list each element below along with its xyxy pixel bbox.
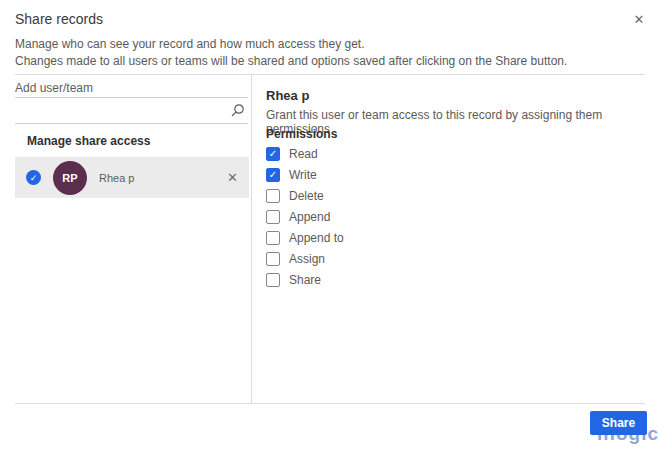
footer-divider [15,403,645,404]
header-divider [15,74,645,75]
permission-label: Append to [289,231,344,245]
permission-label: Append [289,210,330,224]
permission-row[interactable]: Append to [266,227,344,248]
permission-row[interactable]: Read [266,143,344,164]
remove-user-icon[interactable]: ✕ [225,168,240,187]
share-button[interactable]: Share [590,411,647,435]
permission-row[interactable]: Assign [266,248,344,269]
permission-label: Share [289,273,321,287]
description-line-1: Manage who can see your record and how m… [15,36,567,53]
permission-label: Assign [289,252,325,266]
permission-label: Write [289,168,317,182]
user-search-field [15,99,248,124]
add-user-team-input[interactable] [15,79,248,98]
permission-row[interactable]: Write [266,164,344,185]
dialog-description: Manage who can see your record and how m… [15,36,567,69]
selected-user-heading: Rhea p [266,88,309,103]
permission-checkbox[interactable] [266,168,280,182]
search-icon[interactable] [229,103,245,119]
permission-checkbox[interactable] [266,252,280,266]
permissions-list: Read Write Delete Append Append to Assig… [266,143,344,290]
permission-row[interactable]: Delete [266,185,344,206]
permission-checkbox[interactable] [266,273,280,287]
description-line-2: Changes made to all users or teams will … [15,53,567,70]
close-icon[interactable]: ✕ [626,6,652,32]
shared-user-row[interactable]: ✓ RP Rhea p ✕ [15,157,249,198]
permission-checkbox[interactable] [266,147,280,161]
panel-divider [251,75,252,404]
permission-row[interactable]: Append [266,206,344,227]
share-records-dialog: Share records ✕ Manage who can see your … [0,0,660,453]
permission-checkbox[interactable] [266,189,280,203]
avatar: RP [53,161,87,195]
shared-user-name: Rhea p [99,172,134,184]
permission-row[interactable]: Share [266,269,344,290]
manage-share-access-heading: Manage share access [27,134,150,148]
dialog-title: Share records [15,11,103,27]
search-input[interactable] [15,101,223,121]
permission-label: Read [289,147,318,161]
permissions-label: Permissions [266,127,337,141]
permission-label: Delete [289,189,324,203]
permission-checkbox[interactable] [266,231,280,245]
permission-checkbox[interactable] [266,210,280,224]
selected-check-icon: ✓ [26,170,41,185]
